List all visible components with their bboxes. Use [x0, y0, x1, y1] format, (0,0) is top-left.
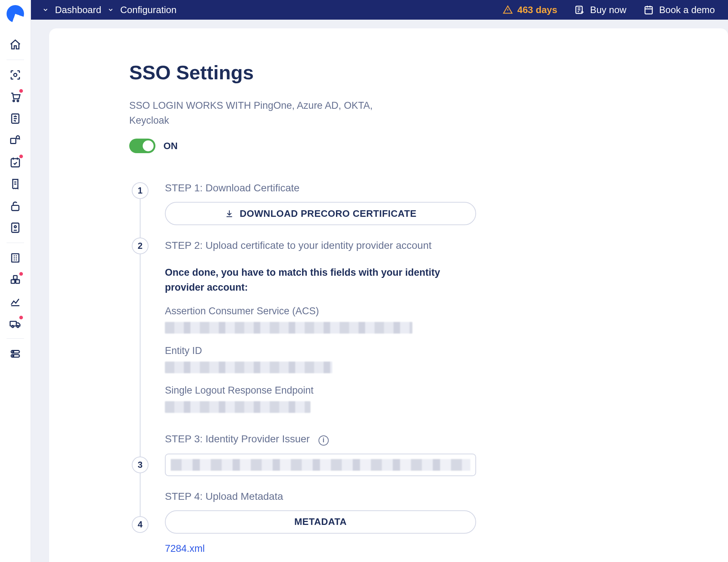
issuer-input[interactable] [165, 454, 476, 476]
buy-now-link[interactable]: Buy now [574, 4, 626, 16]
issuer-value-redacted [171, 459, 470, 471]
step-number-1: 1 [132, 182, 149, 199]
buy-now-label: Buy now [590, 4, 626, 16]
svg-rect-22 [645, 7, 652, 14]
toggle-state-label: ON [163, 140, 178, 152]
step3-title: STEP 3: Identity Provider Issuer i [165, 433, 684, 446]
download-certificate-button[interactable]: DOWNLOAD PRECORO CERTIFICATE [165, 202, 476, 225]
breadcrumb-configuration[interactable]: Configuration [120, 4, 177, 16]
entityid-value-redacted [165, 362, 332, 373]
step2-title: STEP 2: Upload certificate to your ident… [165, 240, 684, 251]
svg-rect-11 [11, 280, 15, 283]
receipt-icon[interactable] [8, 177, 22, 191]
sidebar [0, 0, 31, 562]
page-subtitle: SSO LOGIN WORKS WITH PingOne, Azure AD, … [129, 98, 377, 128]
building-icon[interactable] [8, 251, 22, 265]
metadata-file-link[interactable]: 7284.xml [165, 543, 205, 554]
step1-title: STEP 1: Download Certificate [165, 182, 684, 194]
app-logo[interactable] [7, 5, 24, 23]
svg-rect-4 [11, 138, 16, 143]
sidebar-separator [7, 338, 24, 339]
chevron-down-icon[interactable] [42, 6, 49, 13]
step-number-2: 2 [132, 238, 149, 254]
svg-point-1 [13, 100, 15, 101]
sso-toggle[interactable] [129, 139, 155, 153]
metadata-button[interactable]: METADATA [165, 510, 476, 534]
step-number-4: 4 [132, 516, 149, 533]
settings-card: SSO Settings SSO LOGIN WORKS WITH PingOn… [49, 28, 728, 562]
slo-value-redacted [165, 401, 310, 413]
step-number-3: 3 [132, 457, 149, 473]
svg-point-9 [14, 226, 16, 228]
page-title: SSO Settings [129, 61, 684, 84]
focus-icon[interactable] [8, 68, 22, 82]
svg-point-19 [13, 351, 14, 352]
tasks-icon[interactable] [8, 155, 22, 169]
sidebar-separator [7, 243, 24, 243]
step2-note: Once done, you have to match this fields… [165, 265, 442, 295]
book-demo-label: Book a demo [659, 4, 715, 16]
cart-icon[interactable] [8, 90, 22, 104]
trial-warning[interactable]: 463 days [503, 4, 557, 16]
svg-rect-13 [13, 276, 17, 279]
top-bar: Dashboard Configuration 463 days Buy now… [31, 0, 728, 20]
invoice-icon[interactable] [8, 112, 22, 125]
breadcrumb-dashboard[interactable]: Dashboard [55, 4, 101, 16]
book-demo-link[interactable]: Book a demo [643, 4, 715, 16]
download-certificate-label: DOWNLOAD PRECORO CERTIFICATE [240, 208, 417, 219]
info-icon[interactable]: i [318, 435, 329, 446]
slo-label: Single Logout Response Endpoint [165, 385, 684, 396]
metadata-button-label: METADATA [294, 516, 347, 527]
svg-point-2 [17, 100, 19, 101]
home-icon[interactable] [8, 38, 22, 52]
sidebar-separator [7, 60, 24, 60]
entityid-label: Entity ID [165, 345, 684, 356]
svg-rect-7 [12, 206, 19, 211]
step-rail: 1 2 3 4 [129, 182, 151, 562]
svg-point-0 [14, 73, 17, 77]
trial-days: 463 days [517, 4, 557, 16]
step4-title: STEP 4: Upload Metadata [165, 491, 684, 502]
step3-title-text: STEP 3: Identity Provider Issuer [165, 433, 310, 445]
inventory-icon[interactable] [8, 273, 22, 287]
svg-rect-6 [11, 159, 20, 167]
acs-label: Assertion Consumer Service (ACS) [165, 306, 684, 317]
svg-point-20 [13, 355, 14, 356]
search-package-icon[interactable] [8, 133, 22, 147]
expense-icon[interactable] [8, 221, 22, 235]
reports-icon[interactable] [8, 295, 22, 308]
chevron-down-icon[interactable] [107, 6, 114, 13]
shipping-icon[interactable] [8, 316, 22, 330]
svg-rect-12 [16, 280, 19, 283]
settings-icon[interactable] [8, 347, 22, 360]
unlock-icon[interactable] [8, 199, 22, 213]
acs-value-redacted [165, 322, 412, 334]
svg-rect-10 [12, 254, 19, 262]
